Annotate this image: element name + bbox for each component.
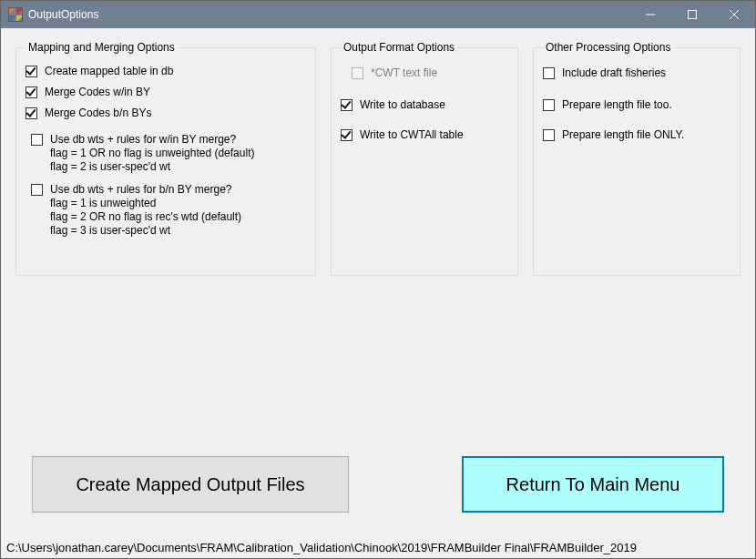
wts-win-label: Use db wts + rules for w/in BY merge? fl… bbox=[50, 133, 254, 174]
prepare-length-only-label: Prepare length file ONLY. bbox=[562, 128, 684, 142]
prepare-length-only-checkbox[interactable] bbox=[543, 129, 555, 141]
other-processing-group: Other Processing Options Include draft f… bbox=[533, 41, 741, 276]
other-legend: Other Processing Options bbox=[543, 41, 673, 54]
client-area: Mapping and Merging Options Create mappe… bbox=[1, 28, 755, 558]
include-draft-label: Include draft fisheries bbox=[562, 66, 666, 80]
minimize-button[interactable] bbox=[629, 1, 671, 28]
write-db-checkbox[interactable] bbox=[341, 99, 352, 111]
create-mapped-table-checkbox[interactable] bbox=[26, 66, 37, 77]
merge-codes-bn-label: Merge Codes b/n BYs bbox=[45, 107, 151, 120]
mapping-legend: Mapping and Merging Options bbox=[26, 41, 178, 54]
app-window: OutputOptions Mapping and Merging Option… bbox=[0, 0, 756, 559]
prepare-length-too-label: Prepare length file too. bbox=[562, 98, 672, 112]
return-main-menu-button[interactable]: Return To Main Menu bbox=[462, 456, 724, 513]
create-mapped-table-label: Create mapped table in db bbox=[45, 65, 173, 78]
cwt-text-label: *CWT text file bbox=[371, 66, 437, 80]
create-mapped-output-button[interactable]: Create Mapped Output Files bbox=[32, 456, 349, 513]
output-legend: Output Format Options bbox=[341, 41, 457, 54]
write-db-label: Write to database bbox=[360, 98, 445, 112]
merge-codes-win-checkbox[interactable] bbox=[26, 86, 37, 98]
window-title: OutputOptions bbox=[28, 8, 98, 21]
output-format-group: Output Format Options *CWT text file Wri… bbox=[331, 41, 518, 276]
cwt-text-checkbox bbox=[352, 67, 363, 79]
merge-codes-bn-checkbox[interactable] bbox=[26, 107, 37, 119]
merge-codes-win-label: Merge Codes w/in BY bbox=[45, 86, 150, 99]
titlebar: OutputOptions bbox=[1, 1, 755, 28]
prepare-length-too-checkbox[interactable] bbox=[543, 99, 555, 111]
mapping-merging-group: Mapping and Merging Options Create mappe… bbox=[15, 41, 316, 276]
write-cwtall-checkbox[interactable] bbox=[341, 129, 352, 141]
write-cwtall-label: Write to CWTAll table bbox=[360, 128, 464, 142]
wts-win-checkbox[interactable] bbox=[31, 134, 43, 146]
status-path: C:\Users\jonathan.carey\Documents\FRAM\C… bbox=[1, 541, 755, 554]
app-icon bbox=[8, 7, 23, 22]
include-draft-checkbox[interactable] bbox=[543, 67, 555, 79]
wts-bn-label: Use db wts + rules for b/n BY merge? fla… bbox=[50, 183, 241, 238]
close-button[interactable] bbox=[713, 1, 755, 28]
maximize-button[interactable] bbox=[671, 1, 713, 28]
svg-rect-0 bbox=[689, 11, 697, 19]
wts-bn-checkbox[interactable] bbox=[31, 184, 43, 196]
